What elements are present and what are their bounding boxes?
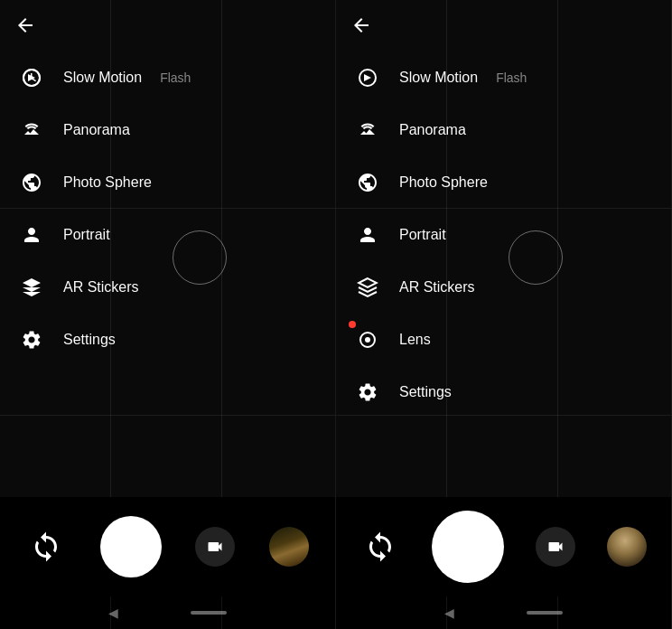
right-panorama-label: Panorama bbox=[399, 122, 466, 138]
left-flash-label: Flash bbox=[160, 70, 191, 85]
right-photo-sphere-label: Photo Sphere bbox=[399, 174, 488, 191]
right-settings-label: Settings bbox=[399, 384, 452, 400]
right-rotate-button[interactable] bbox=[360, 527, 400, 567]
svg-point-3 bbox=[365, 337, 370, 343]
right-flash-label: Flash bbox=[496, 70, 527, 85]
left-menu-item-portrait[interactable]: Portrait bbox=[0, 209, 335, 261]
left-video-button[interactable] bbox=[195, 527, 235, 567]
right-slow-motion-label: Slow Motion bbox=[399, 70, 478, 86]
left-camera-content: Slow Motion Flash Panorama Photo Sphere bbox=[0, 0, 335, 497]
right-camera-content: Slow Motion Flash Panorama Photo Sphere bbox=[336, 0, 671, 497]
right-settings-icon bbox=[354, 379, 381, 406]
portrait-icon bbox=[18, 221, 45, 249]
right-photo-sphere-icon bbox=[354, 169, 381, 196]
back-arrow-icon bbox=[14, 14, 36, 36]
panorama-icon bbox=[18, 117, 45, 144]
right-ar-stickers-label: AR Stickers bbox=[399, 279, 475, 296]
right-portrait-icon bbox=[354, 221, 381, 249]
right-menu-item-portrait[interactable]: Portrait bbox=[336, 209, 671, 261]
right-menu-item-panorama[interactable]: Panorama bbox=[336, 104, 671, 156]
left-portrait-label: Portrait bbox=[63, 227, 110, 243]
right-nav-back[interactable]: ◀ bbox=[444, 606, 454, 620]
left-menu-item-slow-motion[interactable]: Slow Motion Flash bbox=[0, 52, 335, 104]
left-menu-item-ar-stickers[interactable]: AR Stickers bbox=[0, 261, 335, 314]
left-ar-stickers-label: AR Stickers bbox=[63, 279, 139, 296]
right-menu-item-ar-stickers[interactable]: AR Stickers bbox=[336, 261, 671, 314]
settings-icon bbox=[18, 326, 45, 353]
right-shutter-button[interactable] bbox=[432, 511, 504, 583]
left-photo-sphere-label: Photo Sphere bbox=[63, 174, 152, 191]
left-nav-back[interactable]: ◀ bbox=[108, 606, 118, 620]
right-back-arrow-icon bbox=[350, 14, 372, 36]
right-lens-icon bbox=[354, 326, 381, 353]
right-nav-bar: ◀ bbox=[336, 596, 671, 629]
right-portrait-label: Portrait bbox=[399, 227, 446, 243]
right-menu-item-photo-sphere[interactable]: Photo Sphere bbox=[336, 156, 671, 209]
left-menu-list: Slow Motion Flash Panorama Photo Sphere bbox=[0, 48, 335, 497]
right-nav-home[interactable] bbox=[527, 611, 563, 615]
right-menu-item-settings[interactable]: Settings bbox=[336, 366, 671, 418]
left-nav-bar: ◀ bbox=[0, 596, 335, 629]
left-phone-panel: Slow Motion Flash Panorama Photo Sphere bbox=[0, 0, 336, 629]
left-back-button[interactable] bbox=[0, 0, 335, 48]
lens-red-dot bbox=[349, 321, 356, 328]
right-menu-item-lens[interactable]: Lens bbox=[336, 314, 671, 366]
left-thumbnail[interactable] bbox=[269, 527, 309, 567]
left-menu-item-photo-sphere[interactable]: Photo Sphere bbox=[0, 156, 335, 209]
right-panorama-icon bbox=[354, 117, 381, 144]
right-ar-stickers-icon bbox=[354, 274, 381, 301]
right-slow-motion-icon bbox=[354, 64, 381, 91]
right-lens-label: Lens bbox=[399, 332, 431, 348]
left-menu-item-panorama[interactable]: Panorama bbox=[0, 104, 335, 156]
right-video-button[interactable] bbox=[536, 527, 575, 567]
left-menu-item-settings[interactable]: Settings bbox=[0, 314, 335, 366]
right-menu-list: Slow Motion Flash Panorama Photo Sphere bbox=[336, 48, 671, 497]
left-panorama-label: Panorama bbox=[63, 122, 130, 138]
left-bottom-bar bbox=[0, 497, 335, 596]
left-shutter-button[interactable] bbox=[100, 516, 162, 577]
right-back-button[interactable] bbox=[336, 0, 671, 48]
ar-stickers-icon bbox=[18, 274, 45, 301]
left-slow-motion-label: Slow Motion bbox=[63, 70, 142, 86]
right-menu-item-slow-motion[interactable]: Slow Motion Flash bbox=[336, 52, 671, 104]
right-thumbnail[interactable] bbox=[607, 527, 647, 567]
right-bottom-bar bbox=[336, 497, 671, 596]
left-nav-home[interactable] bbox=[191, 611, 227, 615]
left-settings-label: Settings bbox=[63, 332, 116, 348]
slow-motion-icon bbox=[18, 64, 45, 91]
right-phone-panel: Slow Motion Flash Panorama Photo Sphere bbox=[336, 0, 672, 629]
photo-sphere-icon bbox=[18, 169, 45, 196]
left-rotate-button[interactable] bbox=[26, 527, 66, 567]
